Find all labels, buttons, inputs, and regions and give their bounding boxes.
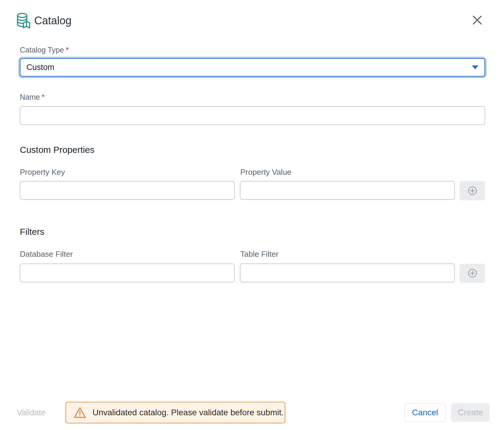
- close-icon: [472, 15, 482, 25]
- catalog-type-select[interactable]: Custom: [20, 58, 485, 77]
- dialog-title: Catalog: [34, 14, 71, 27]
- property-key-label: Property Key: [20, 168, 235, 177]
- cancel-button[interactable]: Cancel: [405, 403, 445, 422]
- custom-properties-label-row: Property Key Property Value: [20, 168, 485, 177]
- database-filter-label: Database Filter: [20, 250, 235, 259]
- circle-plus-icon: [468, 186, 477, 195]
- filters-label-row: Database Filter Table Filter: [20, 250, 485, 259]
- property-value-label: Property Value: [240, 168, 455, 177]
- circle-plus-icon: [468, 268, 477, 278]
- validate-button[interactable]: Validate: [17, 402, 46, 423]
- add-property-button[interactable]: [460, 181, 485, 200]
- name-input[interactable]: [20, 106, 485, 125]
- catalog-type-label: Catalog Type*: [20, 46, 485, 54]
- close-button[interactable]: [471, 14, 483, 26]
- custom-properties-input-row: [20, 181, 485, 200]
- table-filter-label: Table Filter: [240, 250, 455, 259]
- dialog-footer: Validate Unvalidated catalog. Please val…: [0, 402, 504, 423]
- create-button[interactable]: Create: [451, 403, 490, 422]
- required-marker: *: [66, 46, 69, 54]
- dialog-content: Catalog Catalog Type* Custom Name* Custo…: [20, 12, 485, 283]
- database-filter-input[interactable]: [20, 264, 235, 282]
- add-filter-button[interactable]: [460, 264, 485, 283]
- name-label: Name*: [20, 93, 485, 101]
- warning-message: Unvalidated catalog. Please validate bef…: [93, 408, 284, 417]
- catalog-type-selected-value: Custom: [26, 63, 54, 72]
- chevron-down-icon: [472, 65, 478, 69]
- filters-heading: Filters: [20, 227, 485, 237]
- required-marker: *: [42, 93, 45, 101]
- dialog-header: Catalog: [16, 12, 485, 29]
- property-value-input[interactable]: [240, 181, 455, 200]
- name-label-text: Name: [20, 93, 40, 101]
- warning-triangle-icon: [73, 406, 87, 419]
- table-filter-input[interactable]: [240, 264, 455, 282]
- validation-warning-banner: Unvalidated catalog. Please validate bef…: [65, 402, 285, 423]
- catalog-dialog: { "dialog": { "title": "Catalog" }, "fie…: [0, 0, 504, 430]
- custom-properties-heading: Custom Properties: [20, 145, 485, 155]
- database-book-icon: [16, 12, 32, 29]
- catalog-type-label-text: Catalog Type: [20, 46, 64, 54]
- footer-actions: Cancel Create: [405, 403, 490, 422]
- property-key-input[interactable]: [20, 181, 235, 200]
- filters-input-row: [20, 264, 485, 283]
